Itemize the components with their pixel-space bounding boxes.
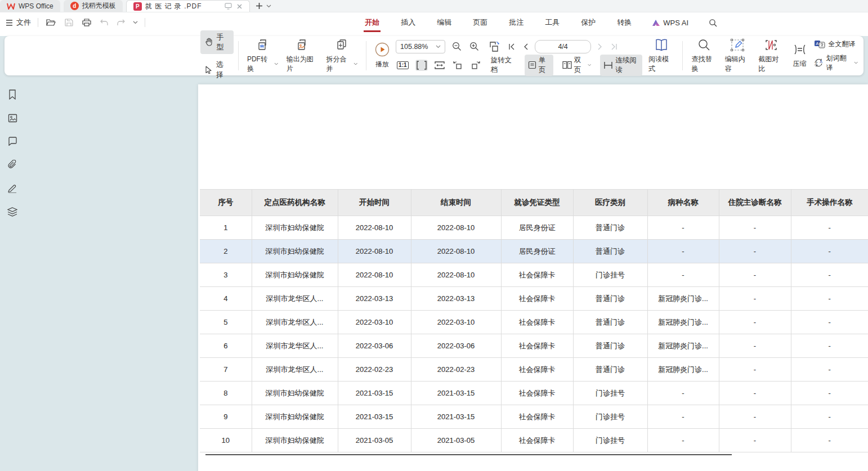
redo-icon[interactable] [116,18,126,27]
table-bottom-rule [205,454,732,455]
file-menu-button[interactable]: 文件 [6,17,31,28]
table-cell: 2021-03-05 [338,429,411,452]
menu-wps-ai[interactable]: WPS AI [652,19,688,27]
print-icon[interactable] [81,17,92,28]
double-page-label: 双页 [574,56,585,75]
edit-content-icon [730,38,745,52]
undo-icon[interactable] [99,18,109,27]
tab-medical-record-pdf[interactable]: P 就 医 记 录 .PDF [126,0,250,12]
table-cell: 新冠肺炎门诊... [647,334,719,358]
compress-button[interactable]: 压缩 [788,41,812,70]
menu-page[interactable]: 页面 [472,14,489,31]
play-button[interactable]: 播放 [371,41,393,71]
screenshot-compare-button[interactable]: 截图对比 [754,37,788,75]
rotate-left-icon[interactable] [451,60,464,71]
document-viewport[interactable]: 序号定点医药机构名称开始时间结束时间就诊凭证类型医疗类别病种名称住院主诊断名称手… [0,75,868,471]
find-replace-button[interactable]: 查找替换 [687,37,721,75]
zoom-out-icon[interactable] [451,41,463,52]
table-cell: - [647,240,719,263]
tab-docer-templates[interactable]: d 找稻壳模板 [64,0,123,12]
single-page-button[interactable]: 单页 [525,55,553,76]
rotate-right-icon[interactable] [469,60,482,71]
table-cell: 深圳市妇幼保健院 [252,429,338,452]
table-cell: 深圳市妇幼保健院 [252,382,338,405]
menu-search-icon[interactable] [708,17,718,28]
continuous-read-button[interactable]: 连续阅读 [600,55,642,76]
signature-icon[interactable] [6,182,19,195]
table-cell: 2022-08-10 [338,216,411,240]
menubar: 文件 开始 插入 编辑 页面 批注 工具 保护 转换 [0,12,868,33]
next-page-icon[interactable] [597,42,604,51]
replace-pages-icon[interactable] [486,39,502,54]
medical-record-table: 序号定点医药机构名称开始时间结束时间就诊凭证类型医疗类别病种名称住院主诊断名称手… [200,189,868,452]
menu-tools[interactable]: 工具 [544,14,561,31]
rotate-doc-button[interactable]: 旋转文档 [487,55,519,76]
tab-wps-office[interactable]: WPS Office [0,0,60,12]
table-header-cell: 结束时间 [411,190,501,216]
fit-page-icon[interactable] [433,60,446,70]
menu-home[interactable]: 开始 [364,14,381,31]
menu-protect[interactable]: 保护 [580,14,597,31]
first-page-icon[interactable] [507,42,516,51]
attachment-icon[interactable] [6,158,19,171]
menu-edit[interactable]: 编辑 [436,14,453,31]
table-cell: 普通门诊 [573,334,647,358]
table-cell: 2022-02-23 [338,358,411,382]
table-cell: - [719,311,791,334]
menu-convert[interactable]: 转换 [616,14,633,31]
table-row: 5深圳市龙华区人...2022-03-102022-03-10社会保障卡普通门诊… [200,311,868,334]
monitor-icon[interactable] [225,3,232,10]
table-cell: 深圳市妇幼保健院 [252,216,338,240]
table-cell: 2021-03-15 [338,382,411,405]
table-cell: - [719,263,791,287]
save-icon[interactable] [64,17,74,28]
separator [366,41,366,70]
fit-width-icon[interactable] [415,60,428,71]
table-cell: 门诊挂号 [573,405,647,429]
close-tab-icon[interactable] [236,3,243,10]
last-page-icon[interactable] [610,42,619,51]
open-folder-icon[interactable] [45,17,57,28]
qat-chevron-icon[interactable] [133,21,138,24]
actual-size-button[interactable]: 1:1 [396,60,409,70]
table-header-cell: 就诊凭证类型 [501,190,573,216]
zoom-in-icon[interactable] [468,41,480,52]
sidebar-rail [0,88,25,218]
pdf-convert-button[interactable]: PDF转换 [243,37,283,75]
single-page-label: 单页 [539,56,550,75]
full-translate-button[interactable]: A 全文翻译 [814,39,858,49]
split-merge-button[interactable]: 拆分合并 [322,37,361,75]
table-cell: 新冠肺炎门诊... [647,287,719,311]
layers-icon[interactable] [6,205,19,218]
table-cell: - [647,382,719,405]
edit-content-button[interactable]: 编辑内容 [721,37,754,75]
double-page-button[interactable]: 双页 [559,55,594,76]
edit-content-label: 编辑内容 [725,55,750,74]
new-tab-icon[interactable] [256,2,263,10]
table-cell: 4 [200,287,252,311]
bookmark-icon[interactable] [6,88,19,101]
thumbnail-icon[interactable] [6,112,19,124]
table-cell: - [719,405,791,429]
table-cell: 2022-08-10 [338,263,411,287]
zoom-level-select[interactable]: 105.88% [396,40,445,53]
hand-tool-button[interactable]: 手型 [200,30,234,54]
menu-insert[interactable]: 插入 [400,14,417,31]
table-cell: 新冠肺炎门诊... [647,311,719,334]
table-row: 10深圳市妇幼保健院2021-03-052021-03-05社会保障卡门诊挂号-… [200,429,868,452]
word-translate-button[interactable]: A文 划词翻译 [814,53,858,73]
screenshot-compare-label: 截图对比 [758,55,784,74]
read-mode-button[interactable]: 阅读模式 [645,37,678,75]
table-cell: 2022-02-23 [411,358,501,382]
previous-page-icon[interactable] [522,42,529,51]
table-cell: 新冠肺炎门诊... [647,358,719,382]
table-cell: - [791,405,868,429]
table-cell: 深圳市龙华区人... [252,311,338,334]
page-indicator-input[interactable]: 4/4 [535,40,591,53]
comment-icon[interactable] [6,135,19,147]
tab-list-chevron-icon[interactable] [266,5,271,8]
export-image-icon [296,38,309,52]
table-header-cell: 定点医药机构名称 [252,190,338,216]
export-image-button[interactable]: 输出为图片 [283,37,323,75]
menu-comment[interactable]: 批注 [508,14,525,31]
